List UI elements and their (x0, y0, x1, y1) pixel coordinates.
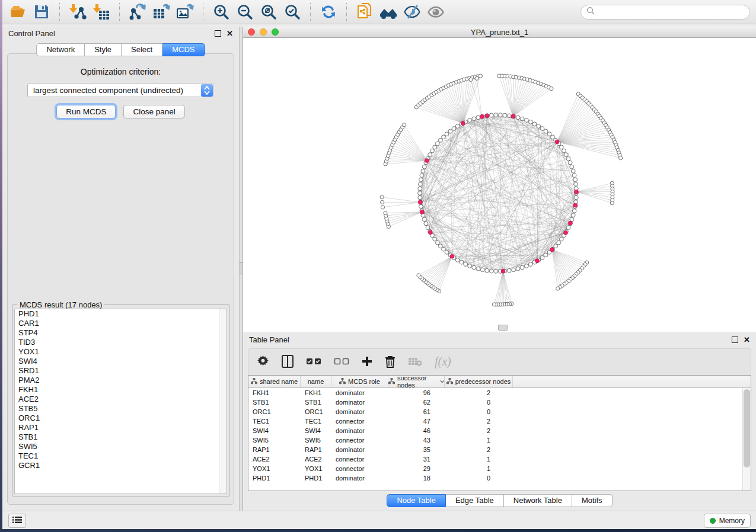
table-cell[interactable]: ORC1 (248, 407, 301, 416)
table-cell[interactable]: 2 (445, 426, 513, 435)
mcds-result-node[interactable]: SWI5 (15, 442, 227, 451)
table-row[interactable]: ORC1ORC1dominator610 (248, 407, 751, 416)
column-header-name[interactable]: name (301, 376, 331, 387)
mcds-result-node[interactable]: TID3 (15, 338, 227, 347)
tab-mcds[interactable]: MCDS (162, 43, 205, 56)
save-icon[interactable] (32, 2, 51, 21)
show-hide-panels-eye-icon[interactable] (426, 2, 445, 21)
memory-button[interactable]: Memory (704, 514, 751, 528)
table-cell[interactable]: 29 (388, 464, 445, 473)
delete-row-trash-icon[interactable] (385, 355, 395, 368)
close-panel-icon[interactable]: ✕ (227, 31, 233, 37)
table-cell[interactable]: 2 (445, 445, 513, 454)
tab-network[interactable]: Network (36, 43, 85, 56)
open-file-icon[interactable] (8, 2, 27, 21)
import-table-icon[interactable] (92, 2, 111, 21)
table-cell[interactable]: 0 (445, 407, 513, 416)
table-cell[interactable]: 46 (388, 426, 445, 435)
table-cell[interactable]: SWI4 (301, 426, 331, 435)
mcds-result-node[interactable]: SWI4 (15, 357, 227, 366)
tab-node-table[interactable]: Node Table (387, 494, 446, 507)
toggle-graphics-details-icon[interactable] (403, 2, 422, 21)
table-cell[interactable]: YOX1 (301, 464, 331, 473)
tab-style[interactable]: Style (85, 43, 122, 56)
table-row[interactable]: ACE2ACE2connector311 (248, 454, 751, 464)
table-cell[interactable]: 1 (445, 435, 513, 445)
mcds-result-node[interactable]: GCR1 (15, 461, 227, 470)
mcds-result-list[interactable]: PHD1CAR1STP4TID3YOX1SWI4SRD1PMA2FKH1ACE2… (14, 309, 227, 494)
mcds-result-node[interactable]: RAP1 (15, 423, 227, 432)
zoom-fit-icon[interactable] (259, 2, 278, 21)
show-columns-icon[interactable] (282, 355, 294, 368)
table-scrollbar[interactable] (742, 388, 751, 491)
table-cell[interactable]: STB1 (248, 398, 301, 407)
mcds-result-node[interactable]: STP4 (15, 328, 227, 338)
tab-select[interactable]: Select (122, 43, 162, 56)
table-cell[interactable]: SWI5 (301, 435, 331, 445)
table-cell[interactable]: YOX1 (248, 464, 301, 473)
mcds-result-node[interactable]: ACE2 (15, 395, 227, 404)
table-cell[interactable]: 61 (388, 407, 445, 416)
birds-eye-view-icon[interactable] (379, 2, 398, 21)
table-cell[interactable]: dominator (331, 445, 388, 454)
column-header-predecessor-nodes[interactable]: predecessor nodes (445, 376, 513, 387)
table-cell[interactable]: dominator (331, 473, 388, 483)
clone-network-icon[interactable] (355, 2, 374, 21)
table-cell[interactable]: 62 (388, 398, 445, 407)
mcds-result-node[interactable]: SRD1 (15, 366, 227, 376)
deselect-all-rows-icon[interactable] (334, 358, 349, 365)
table-row[interactable]: YOX1YOX1connector291 (248, 464, 751, 473)
table-cell[interactable]: 2 (445, 416, 513, 426)
close-panel-button[interactable]: Close panel (123, 105, 184, 118)
export-image-icon[interactable] (176, 2, 194, 21)
table-cell[interactable]: 35 (388, 445, 445, 454)
table-cell[interactable]: 2 (445, 388, 513, 398)
table-cell[interactable]: FKH1 (248, 388, 301, 398)
run-mcds-button[interactable]: Run MCDS (56, 105, 116, 118)
network-window-titlebar[interactable]: YPA_prune.txt_1 (243, 27, 756, 38)
table-row[interactable]: PHD1PHD1dominator180 (248, 473, 751, 483)
export-network-icon[interactable] (128, 2, 147, 21)
search-field[interactable] (580, 5, 750, 20)
result-list-scrollbar[interactable] (219, 309, 227, 493)
table-row[interactable]: FKH1FKH1dominator962 (248, 388, 751, 398)
mcds-result-node[interactable]: FKH1 (15, 385, 227, 395)
table-cell[interactable]: connector (331, 416, 388, 426)
splitter-grip-horizontal[interactable] (498, 325, 508, 331)
table-cell[interactable]: connector (331, 435, 388, 445)
table-cell[interactable]: 0 (445, 398, 513, 407)
tab-motifs[interactable]: Motifs (572, 494, 613, 507)
table-cell[interactable]: STB1 (301, 398, 331, 407)
splitter-grip[interactable] (240, 262, 243, 274)
table-cell[interactable]: PHD1 (248, 473, 301, 483)
table-row[interactable]: STB1STB1dominator620 (248, 398, 751, 407)
table-cell[interactable]: RAP1 (301, 445, 331, 454)
column-header-MCDS-role[interactable]: MCDS role (331, 376, 388, 387)
table-options-gear-icon[interactable] (257, 355, 269, 368)
table-cell[interactable]: connector (331, 454, 388, 464)
mcds-result-node[interactable]: CAR1 (15, 319, 227, 328)
zoom-out-icon[interactable] (235, 2, 254, 21)
mcds-result-node[interactable]: STB5 (15, 404, 227, 414)
table-cell[interactable]: ACE2 (248, 454, 301, 464)
optimization-criterion-select[interactable]: largest connected component (undirected) (27, 83, 214, 97)
table-row[interactable]: RAP1RAP1dominator352 (248, 445, 751, 454)
column-header-successor-nodes[interactable]: successor nodes (388, 376, 445, 387)
network-graph[interactable] (243, 38, 756, 332)
mcds-result-node[interactable]: PMA2 (15, 376, 227, 385)
mcds-result-node[interactable]: YOX1 (15, 347, 227, 357)
table-cell[interactable]: TEC1 (301, 416, 331, 426)
table-cell[interactable]: dominator (331, 407, 388, 416)
refresh-view-icon[interactable] (319, 2, 338, 21)
column-header-shared-name[interactable]: shared name (248, 376, 301, 387)
select-all-rows-icon[interactable] (306, 358, 321, 365)
network-canvas[interactable] (243, 38, 756, 332)
add-row-icon[interactable] (362, 356, 372, 367)
mcds-result-node[interactable]: PHD1 (15, 309, 227, 319)
mcds-result-node[interactable]: TEC1 (15, 451, 227, 461)
table-cell[interactable]: ACE2 (301, 454, 331, 464)
table-cell[interactable]: dominator (331, 388, 388, 398)
task-history-button[interactable] (8, 514, 26, 528)
table-cell[interactable]: 18 (388, 473, 445, 483)
table-cell[interactable]: 96 (388, 388, 445, 398)
